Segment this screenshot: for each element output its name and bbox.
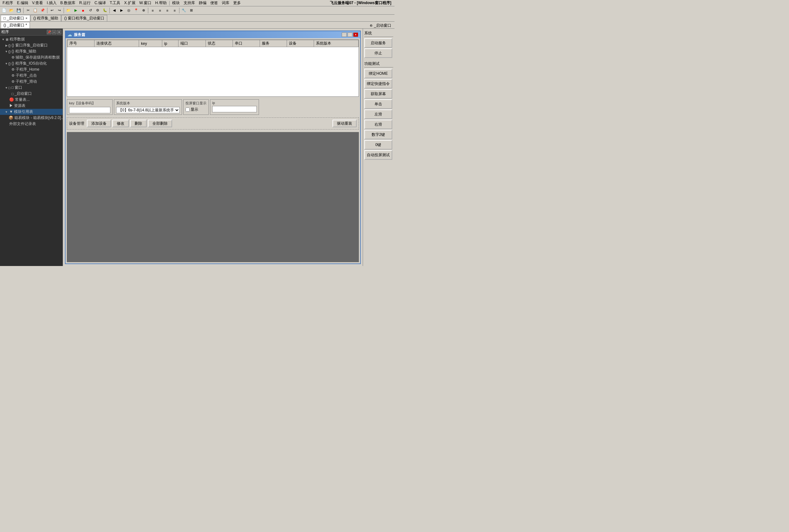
- toolbar-stop[interactable]: ■: [79, 7, 86, 14]
- toolbar-align4[interactable]: ≡: [171, 7, 178, 14]
- sysver-group: 系统版本 【0】6s-7-8|14.8以上最新系统手机: [114, 99, 182, 115]
- menu-edit[interactable]: E.编辑: [15, 0, 30, 6]
- toolbar-folder[interactable]: 📁: [65, 7, 72, 14]
- tree-item-7[interactable]: ⚙子程序_滑动: [0, 79, 63, 84]
- tree-item-11[interactable]: ▶ 资源表: [0, 103, 63, 109]
- data-table: 序号 连接状态 key ip 端口 状态 串口 服务 设备 系统版本: [67, 40, 359, 47]
- num2-key-btn[interactable]: 数字2键: [364, 130, 392, 139]
- toolbar-undo[interactable]: ↩: [49, 7, 55, 14]
- toolbar-align3[interactable]: ≡: [164, 7, 171, 14]
- auto-screen-btn[interactable]: 自动投屏测试: [364, 150, 392, 160]
- app-title: 飞云服务端07 - [Windows窗口程序]: [327, 0, 394, 6]
- tree-item-9[interactable]: □_启动窗口: [0, 91, 63, 97]
- stop-service-btn[interactable]: 停止: [364, 49, 392, 58]
- tree-expand-8: ▼: [4, 86, 8, 90]
- zero-key-btn[interactable]: 0键: [364, 140, 392, 150]
- display-checkbox[interactable]: [186, 108, 190, 112]
- win-close[interactable]: ×: [353, 33, 358, 37]
- toolbar-sep4: [110, 8, 110, 13]
- tree-item-8[interactable]: ▼ □□ 窗口: [0, 84, 63, 91]
- toolbar-copy[interactable]: 📋: [32, 7, 39, 14]
- menu-tools[interactable]: T.工具: [108, 0, 122, 6]
- left-swipe-btn[interactable]: 左滑: [364, 110, 392, 119]
- tree-item-14[interactable]: 外部文件记录表: [0, 121, 63, 127]
- win-minimize[interactable]: _: [342, 33, 347, 37]
- toolbar-open[interactable]: 📂: [8, 7, 15, 14]
- toolbar-debug[interactable]: 🐛: [101, 7, 109, 14]
- toolbar-compile[interactable]: ⚙: [94, 7, 101, 14]
- get-screen-btn[interactable]: 获取屏幕: [364, 89, 392, 99]
- tree-label-11: ▶ 资源表: [9, 103, 25, 109]
- right-swipe-btn[interactable]: 右滑: [364, 120, 392, 129]
- data-table-container: 序号 连接状态 key ip 端口 状态 串口 服务 设备 系统版本: [67, 39, 359, 97]
- bind-home-btn[interactable]: 绑定HOME: [364, 69, 392, 78]
- single-click-btn[interactable]: 单击: [364, 99, 392, 109]
- menu-support[interactable]: 支持库: [182, 0, 197, 6]
- toolbar-layout[interactable]: ⊞: [188, 7, 195, 14]
- tree-expand-4: ▼: [4, 62, 8, 65]
- screen-label: 投屏窗口显示: [186, 101, 207, 106]
- menu-more[interactable]: 更多: [231, 0, 243, 6]
- toolbar-cut[interactable]: ✂: [24, 7, 32, 14]
- menu-insert[interactable]: I.插入: [45, 0, 59, 6]
- code-tab-startup[interactable]: () _启动窗口 *: [1, 22, 30, 28]
- toolbar-b5[interactable]: ⊕: [140, 7, 147, 14]
- toolbar-restart[interactable]: ↺: [87, 7, 94, 14]
- add-device-btn[interactable]: 添加设备: [87, 120, 111, 127]
- menu-module[interactable]: 模块: [170, 0, 182, 6]
- menu-note[interactable]: 便签: [208, 0, 220, 6]
- menu-help[interactable]: H.帮助: [153, 0, 169, 6]
- tree-item-4[interactable]: ▼ {}() 程序集_IOS自动化: [0, 60, 63, 66]
- delete-all-btn[interactable]: 全部删除: [148, 120, 172, 127]
- toolbar-prop[interactable]: 🔧: [180, 7, 187, 14]
- menu-extend[interactable]: X.扩展: [122, 0, 137, 6]
- start-service-btn[interactable]: 启动服务: [364, 38, 392, 48]
- tree-icon-8: □: [8, 86, 11, 90]
- menu-view[interactable]: V.查看: [30, 0, 45, 6]
- toolbar-b2[interactable]: ▶: [118, 7, 125, 14]
- tree-item-1[interactable]: ▶ {}() 窗口序集_启动窗口: [0, 42, 63, 49]
- toolbar-align1[interactable]: ≡: [149, 7, 156, 14]
- delete-device-btn[interactable]: 删除: [130, 120, 147, 127]
- ip-input[interactable]: [212, 106, 257, 112]
- menu-program[interactable]: F.程序: [1, 0, 15, 6]
- menu-static[interactable]: 静编: [197, 0, 208, 6]
- toolbar-b3[interactable]: ◎: [126, 7, 132, 14]
- menu-compile[interactable]: C.编译: [93, 0, 108, 6]
- key-input[interactable]: [69, 107, 110, 113]
- menu-window[interactable]: W.窗口: [137, 0, 153, 6]
- tab-startup-window[interactable]: □ _启动窗口 ×: [1, 15, 30, 21]
- toolbar-align2[interactable]: ≡: [156, 7, 163, 14]
- menu-dict[interactable]: 词库: [220, 0, 231, 6]
- modify-device-btn[interactable]: 修改: [112, 120, 129, 127]
- toolbar-b4[interactable]: 📍: [133, 7, 140, 14]
- sysver-select[interactable]: 【0】6s-7-8|14.8以上最新系统手机: [116, 107, 180, 113]
- toolbar-sep6: [179, 8, 179, 13]
- tab-window-program[interactable]: () 窗口程序集_启动窗口: [61, 15, 107, 21]
- tab-startup-close[interactable]: ×: [25, 17, 27, 20]
- tree-item-0[interactable]: ▼ 🖥程序数据: [0, 36, 63, 42]
- toolbar-run[interactable]: ▶: [72, 7, 79, 14]
- menu-run[interactable]: R.运行: [77, 0, 93, 6]
- toolbar-paste[interactable]: 📌: [39, 7, 46, 14]
- toolbar-redo[interactable]: ↪: [56, 7, 63, 14]
- tree-item-5[interactable]: ⚙子程序_Home: [0, 66, 63, 73]
- tree-item-2[interactable]: ▼ {}() 程序集_辅助: [0, 49, 63, 54]
- left-panel-close[interactable]: ×: [57, 30, 61, 34]
- toolbar-save[interactable]: 💾: [15, 7, 22, 14]
- tree-item-13[interactable]: 📦 箱易模块 - 箱易模块[v9.2.0]...: [0, 115, 63, 121]
- toolbar-b1[interactable]: ◀: [111, 7, 118, 14]
- tree-item-10[interactable]: 🔴 常量表...: [0, 97, 63, 103]
- win-restore[interactable]: □: [347, 33, 352, 37]
- tree-icon-9: □: [12, 92, 14, 96]
- driver-reload-btn[interactable]: 驱动重装: [332, 120, 357, 127]
- tree-item-3[interactable]: ⚙辅助_保存超级列表框数据: [0, 54, 63, 60]
- left-panel-minimize[interactable]: −: [52, 30, 56, 34]
- toolbar-new[interactable]: 📄: [1, 7, 8, 14]
- tab-program-helper[interactable]: () 程序集_辅助: [31, 15, 61, 21]
- left-panel-pin[interactable]: 📌: [47, 30, 51, 34]
- tree-item-6[interactable]: ⚙子程序_点击: [0, 73, 63, 79]
- tree-item-12[interactable]: ▼ ▼ 模块引用表: [0, 109, 63, 115]
- bind-shortcut-btn[interactable]: 绑定快捷指令: [364, 79, 392, 89]
- menu-database[interactable]: B.数据库: [59, 0, 77, 6]
